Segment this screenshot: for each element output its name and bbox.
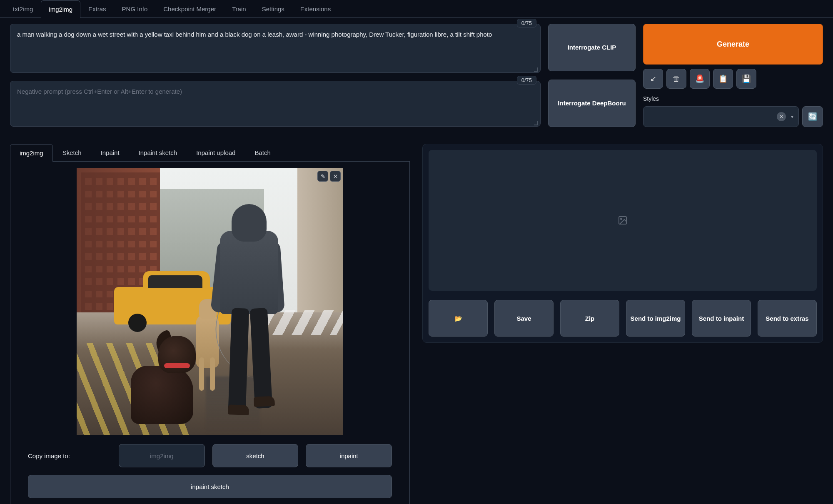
output-preview bbox=[429, 150, 817, 291]
chevron-down-icon: ▼ bbox=[790, 115, 794, 119]
refresh-styles-button[interactable]: 🔄 bbox=[802, 106, 823, 127]
tab-settings[interactable]: Settings bbox=[254, 0, 292, 17]
copy-to-inpaint-sketch-button[interactable]: inpaint sketch bbox=[28, 475, 392, 498]
copy-to-inpaint-button[interactable]: inpaint bbox=[306, 444, 392, 467]
remove-image-icon[interactable]: ✕ bbox=[330, 171, 341, 182]
prompt-input[interactable]: a man walking a dog down a wet street wi… bbox=[10, 24, 541, 73]
copy-to-img2img-button: img2img bbox=[119, 444, 205, 467]
resize-handle-icon[interactable] bbox=[534, 67, 539, 72]
trash-icon[interactable]: 🗑 bbox=[666, 69, 686, 89]
svg-point-1 bbox=[621, 218, 622, 220]
sub-tabs: img2img Sketch Inpaint Inpaint sketch In… bbox=[10, 144, 410, 162]
tab-txt2img[interactable]: txt2img bbox=[5, 0, 41, 17]
subtab-sketch[interactable]: Sketch bbox=[53, 144, 91, 161]
interrogate-clip-button[interactable]: Interrogate CLIP bbox=[548, 24, 636, 71]
send-to-inpaint-button[interactable]: Send to inpaint bbox=[692, 300, 751, 337]
toolbar: ↙ 🗑 🚨 📋 💾 bbox=[643, 69, 823, 89]
generate-button[interactable]: Generate bbox=[643, 24, 823, 65]
save-style-icon[interactable]: 💾 bbox=[736, 69, 756, 89]
styles-label: Styles bbox=[643, 95, 823, 102]
clipboard-icon[interactable]: 📋 bbox=[713, 69, 733, 89]
subtab-batch[interactable]: Batch bbox=[245, 144, 280, 161]
negative-prompt-input[interactable] bbox=[10, 81, 541, 127]
open-folder-button[interactable]: 📂 bbox=[429, 300, 488, 337]
siren-icon[interactable]: 🚨 bbox=[690, 69, 710, 89]
tab-extensions[interactable]: Extensions bbox=[292, 0, 339, 17]
tab-extras[interactable]: Extras bbox=[80, 0, 114, 17]
prompt-counter: 0/75 bbox=[517, 19, 536, 27]
negative-prompt-container: 0/75 bbox=[10, 81, 541, 128]
save-button[interactable]: Save bbox=[494, 300, 554, 337]
send-to-img2img-button[interactable]: Send to img2img bbox=[626, 300, 685, 337]
tab-png-info[interactable]: PNG Info bbox=[114, 0, 156, 17]
image-panel: ✎ ✕ Copy image to: img2img sketch inpain… bbox=[10, 162, 410, 504]
uploaded-image[interactable]: ✎ ✕ bbox=[77, 168, 343, 435]
subtab-inpaint[interactable]: Inpaint bbox=[91, 144, 129, 161]
copy-label: Copy image to: bbox=[28, 452, 111, 459]
interrogate-deepbooru-button[interactable]: Interrogate DeepBooru bbox=[548, 80, 636, 127]
tab-train[interactable]: Train bbox=[224, 0, 254, 17]
styles-select[interactable]: ✕ ▼ bbox=[643, 106, 799, 127]
main-tabs: txt2img img2img Extras PNG Info Checkpoi… bbox=[0, 0, 833, 18]
copy-to-sketch-button[interactable]: sketch bbox=[212, 444, 299, 467]
subtab-inpaint-upload[interactable]: Inpaint upload bbox=[187, 144, 245, 161]
tab-img2img[interactable]: img2img bbox=[41, 0, 80, 18]
zip-button[interactable]: Zip bbox=[560, 300, 619, 337]
prompt-container: 0/75 a man walking a dog down a wet stre… bbox=[10, 24, 541, 74]
edit-image-icon[interactable]: ✎ bbox=[317, 171, 328, 182]
output-panel: 📂 Save Zip Send to img2img Send to inpai… bbox=[422, 144, 823, 343]
subtab-inpaint-sketch[interactable]: Inpaint sketch bbox=[129, 144, 187, 161]
negative-prompt-counter: 0/75 bbox=[517, 76, 536, 85]
subtab-img2img[interactable]: img2img bbox=[10, 144, 53, 162]
clear-icon[interactable]: ✕ bbox=[777, 112, 786, 121]
send-to-extras-button[interactable]: Send to extras bbox=[758, 300, 817, 337]
resize-handle-icon[interactable] bbox=[534, 121, 539, 126]
resize-icon[interactable]: ↙ bbox=[643, 69, 663, 89]
tab-checkpoint-merger[interactable]: Checkpoint Merger bbox=[155, 0, 224, 17]
image-placeholder-icon bbox=[618, 215, 628, 225]
